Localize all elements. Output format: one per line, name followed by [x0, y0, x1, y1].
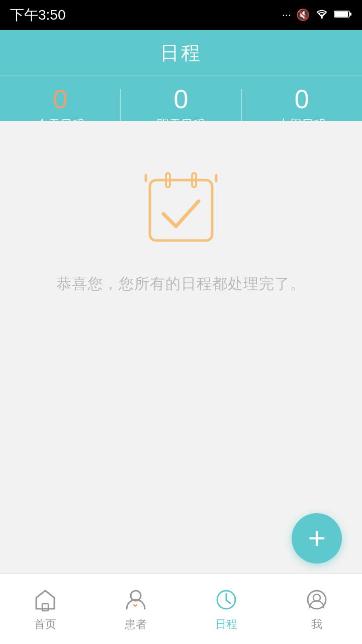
- nav-home[interactable]: 首页: [0, 587, 90, 632]
- svg-rect-6: [150, 180, 212, 240]
- today-count: 0: [53, 86, 67, 112]
- nav-me[interactable]: 我: [272, 587, 362, 632]
- status-time: 下午3:50: [10, 6, 66, 25]
- nav-patient[interactable]: 患者: [90, 587, 181, 632]
- mute-icon: 🔇: [296, 9, 310, 22]
- svg-rect-2: [335, 12, 348, 17]
- home-icon: [32, 587, 58, 613]
- nav-schedule[interactable]: 日程: [181, 587, 272, 632]
- empty-message: 恭喜您，您所有的日程都处理完了。: [56, 274, 306, 294]
- svg-rect-4: [145, 174, 147, 182]
- wifi-icon: [315, 9, 329, 22]
- schedule-icon: [213, 587, 239, 613]
- add-icon: +: [308, 523, 325, 553]
- nav-home-label: 首页: [34, 617, 56, 632]
- svg-rect-9: [42, 604, 48, 611]
- status-bar: 下午3:50 ··· 🔇: [0, 0, 362, 30]
- me-icon: [304, 587, 330, 613]
- page-header: 日程: [0, 30, 362, 75]
- nav-patient-label: 患者: [125, 617, 147, 632]
- tomorrow-count: 0: [174, 86, 189, 112]
- nav-schedule-label: 日程: [215, 617, 237, 632]
- empty-state-icon: [141, 171, 221, 254]
- page-title: 日程: [160, 40, 202, 66]
- patient-icon: [123, 587, 149, 613]
- battery-icon: [334, 9, 352, 22]
- add-schedule-button[interactable]: +: [292, 513, 342, 564]
- signal-icon: ···: [282, 9, 291, 22]
- week-count: 0: [295, 86, 309, 112]
- svg-rect-5: [215, 174, 217, 182]
- main-content: 恭喜您，您所有的日程都处理完了。: [0, 121, 362, 574]
- nav-me-label: 我: [311, 617, 322, 632]
- status-icons: ··· 🔇: [282, 9, 352, 22]
- svg-rect-3: [349, 13, 351, 16]
- svg-point-0: [321, 17, 323, 19]
- bottom-navigation: 首页 患者 日程 我: [0, 574, 362, 644]
